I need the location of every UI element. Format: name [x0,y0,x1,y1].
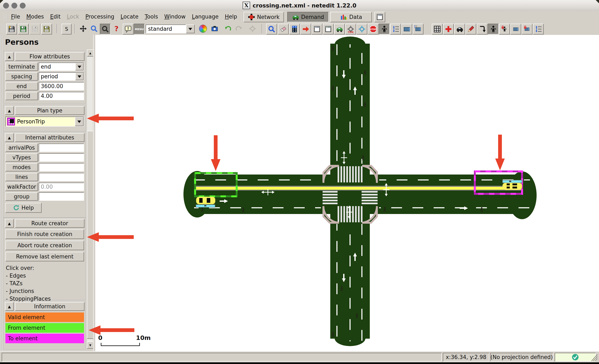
abort-route-creation-button[interactable]: Abort route creation [5,241,84,250]
information-header[interactable]: Information [15,302,84,311]
cursor-zoom-button[interactable] [100,24,111,34]
collapse-icon[interactable]: ▲ [5,52,14,61]
collapse-icon[interactable]: ▲ [5,133,14,142]
show-trips-toggle-button[interactable] [477,24,487,34]
edit-coloring-scheme-button[interactable] [198,24,208,34]
person-mode-button[interactable] [379,24,390,34]
scroll-down-button[interactable]: ▼ [87,342,94,349]
show-container-plans-toggle-button[interactable] [511,24,521,34]
end-field[interactable] [39,82,84,90]
menu-window[interactable]: Window [161,12,189,21]
toggle-window-button[interactable] [374,12,385,22]
network-view-canvas[interactable]: 0 10m [95,35,599,351]
menu-help[interactable]: Help [222,12,240,21]
window-close-button[interactable] [3,3,9,8]
terminate-combobox[interactable]: end [39,63,84,71]
flow-attributes-header[interactable]: Flow attributes [15,52,84,61]
menu-processing[interactable]: Processing [82,12,117,21]
walkfactor-field[interactable] [39,183,84,191]
chevron-down-icon[interactable] [75,117,84,126]
container-flow-mode-button[interactable] [413,24,423,34]
spacing-combobox[interactable]: period [39,72,84,81]
chevron-down-icon[interactable] [186,25,195,33]
menu-locate[interactable]: Locate [117,12,141,21]
select-mode-button[interactable] [289,24,300,34]
lock-container-toggle-button[interactable] [522,24,532,34]
type-distribution-mode-button[interactable] [356,24,367,34]
chevron-down-icon[interactable] [75,63,84,70]
move-mode-button[interactable] [300,24,311,34]
scroll-up-button[interactable]: ▲ [87,50,94,57]
internal-attributes-header[interactable]: Internal attributes [15,133,84,142]
group-field[interactable] [39,192,84,201]
lock-person-toggle-button[interactable] [499,24,510,34]
s-button[interactable]: S [62,24,71,34]
show-overlapped-routes-toggle-button[interactable] [533,24,544,34]
vtypes-field[interactable] [39,153,84,162]
route-creator-header[interactable]: Route creator [15,219,84,228]
bus-stop-east[interactable] [502,180,522,183]
sidebar-scrollbar[interactable]: ▲ ▼ [87,50,93,349]
data-chart-icon [340,14,347,21]
scrollbar-thumb[interactable] [87,131,94,339]
draw-shape-toggle-button[interactable] [466,24,476,34]
container-mode-button[interactable] [401,24,412,34]
plan-type-combobox[interactable]: PersonTrip [5,117,84,127]
menu-language[interactable]: Language [189,12,221,21]
message-window-button[interactable] [123,24,133,34]
lines-field[interactable] [39,173,84,181]
finish-route-creation-button[interactable]: Finish route creation [5,229,84,239]
sidebar-drag-handle[interactable] [0,35,3,351]
person-vehicle-east[interactable] [502,180,522,190]
period-field[interactable] [39,92,84,100]
arrivalpos-field[interactable] [39,144,84,152]
save-additional-elements-button[interactable] [18,24,29,34]
toolbar-drag-handle[interactable] [2,24,5,32]
help-button[interactable]: Help [5,203,42,213]
vehicle-mode-button[interactable] [334,24,345,34]
window-minimize-button[interactable] [11,3,17,8]
inspect-mode-button[interactable] [266,24,277,34]
plan-type-header[interactable]: Plan type [15,106,84,115]
resize-grip[interactable] [591,354,598,362]
menu-edit[interactable]: Edit [47,12,64,21]
modes-field[interactable] [39,163,84,171]
show-person-plans-toggle-button[interactable] [488,24,499,34]
menu-toggle-button[interactable]: MENU [134,24,145,34]
demand-supermode-button[interactable]: Demand [287,12,329,22]
menu-modes[interactable]: Modes [23,12,47,21]
person-vehicle-west[interactable] [196,197,215,207]
screenshot-button[interactable] [210,24,220,34]
person-flow-mode-button[interactable] [390,24,401,34]
type-mode-button[interactable]: TYPE [345,24,356,34]
remove-last-element-button[interactable]: Remove last element [5,252,84,261]
junction-shape-toggle-button[interactable] [443,24,454,34]
zoom-button[interactable] [89,24,99,34]
view-scheme-combobox[interactable]: standard [146,25,195,33]
recenter-view-button[interactable] [78,24,88,34]
save-network-button[interactable] [6,24,17,34]
message-panel [2,353,442,362]
group-label: group [5,192,38,201]
geo-status-panel[interactable] [555,353,596,362]
spread-vehicles-toggle-button[interactable] [454,24,465,34]
menu-tools[interactable]: Tools [142,12,161,21]
chevron-down-icon[interactable] [75,73,84,80]
collapse-icon[interactable]: ▲ [5,219,14,228]
delete-mode-button[interactable] [278,24,289,34]
projection-panel: (No projection defined) [490,353,553,362]
menu-file[interactable]: File [8,12,23,21]
data-supermode-button[interactable]: Data [330,12,372,22]
save-sumo-config-button[interactable] [41,24,52,34]
route-mode-button[interactable] [312,24,322,34]
window-maximize-button[interactable] [20,3,26,8]
collapse-icon[interactable]: ▲ [5,302,14,311]
undo-button[interactable] [223,24,233,34]
stop-mode-button[interactable] [368,24,379,34]
grid-toggle-button[interactable] [432,24,443,34]
route-distribution-mode-button[interactable] [323,24,334,34]
collapse-icon[interactable]: ▲ [5,106,14,115]
network-supermode-button[interactable]: Network [244,12,284,22]
whats-this-help-button[interactable]: ? [112,24,122,34]
menubar-drag-handle[interactable] [4,13,7,22]
